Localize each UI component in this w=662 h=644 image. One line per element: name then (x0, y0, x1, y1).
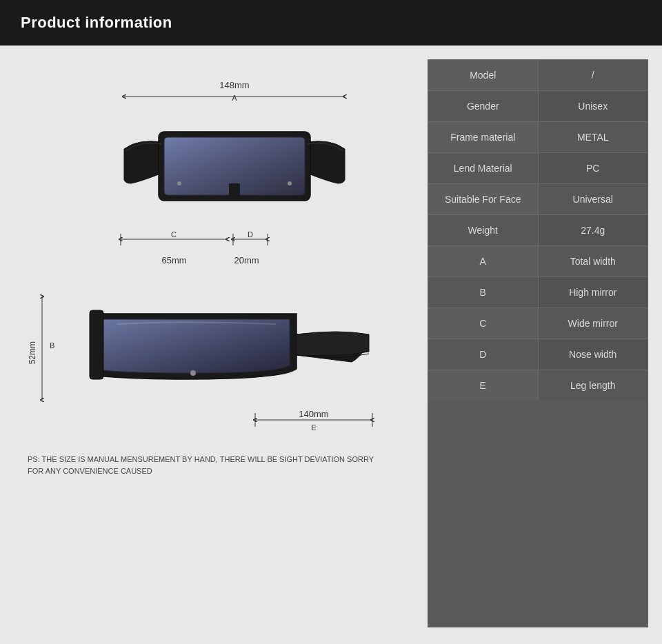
svg-text:E: E (311, 423, 316, 432)
main-content: 148mm A (0, 46, 662, 641)
glasses-side-view (62, 279, 379, 427)
specs-row: E Leg length (428, 370, 648, 401)
spec-label: E (428, 370, 539, 401)
header-title: Product information (21, 14, 172, 31)
spec-value: High mirror (539, 277, 648, 308)
spec-label: Weight (428, 215, 539, 245)
spec-label: C (428, 308, 539, 339)
specs-row: Frame material METAL (428, 122, 648, 153)
specs-row: Gender Unisex (428, 91, 648, 122)
specs-row: Lend Material PC (428, 153, 648, 184)
svg-text:C: C (171, 230, 177, 239)
arrow-cd-svg: C D (117, 228, 352, 256)
svg-point-5 (177, 181, 181, 185)
dim-d-value: 20mm (228, 255, 265, 265)
spec-label: Lend Material (428, 153, 539, 183)
svg-text:D: D (248, 230, 253, 239)
specs-row: Weight 27.4g (428, 215, 648, 246)
svg-point-16 (190, 370, 196, 376)
dim-b-label: B (50, 341, 54, 350)
arrow-b-svg (36, 293, 48, 403)
arrow-e-svg: 140mm E (62, 406, 379, 441)
spec-value: Universal (539, 184, 648, 214)
glasses-top-view (117, 104, 352, 228)
specs-row: A Total width (428, 246, 648, 277)
spec-label: Frame material (428, 122, 539, 152)
spec-label: Model (428, 60, 539, 90)
svg-text:A: A (232, 94, 237, 102)
dim-148mm: 148mm (117, 80, 352, 90)
diagram-section: 148mm A (14, 59, 428, 627)
spec-label: B (428, 277, 539, 308)
dim-b-value: 52mm (28, 341, 37, 364)
spec-value: METAL (539, 122, 648, 152)
svg-text:140mm: 140mm (299, 409, 328, 419)
specs-row: Model / (428, 60, 648, 91)
spec-value: Unisex (539, 91, 648, 121)
svg-rect-15 (90, 310, 103, 379)
svg-rect-4 (229, 183, 240, 197)
spec-label: Gender (428, 91, 539, 121)
spec-value: / (539, 60, 648, 90)
spec-value: PC (539, 153, 648, 183)
specs-table: Model / Gender Unisex Frame material MET… (428, 59, 648, 627)
top-view-diagram: 148mm A (48, 80, 421, 265)
specs-row: Suitable For Face Universal (428, 184, 648, 215)
specs-row: D Nose width (428, 339, 648, 370)
page-header: Product information (0, 0, 662, 46)
spec-value: Leg length (539, 370, 648, 401)
svg-point-6 (288, 181, 292, 185)
spec-label: D (428, 339, 539, 370)
spec-label: A (428, 246, 539, 276)
spec-label: Suitable For Face (428, 184, 539, 214)
spec-value: 27.4g (539, 215, 648, 245)
specs-row: B High mirror (428, 277, 648, 308)
arrow-a-svg: A (117, 91, 352, 102)
spec-value: Wide mirror (539, 308, 648, 339)
specs-row: C Wide mirror (428, 308, 648, 339)
ps-note: PS: THE SIZE IS MANUAL MENSUREMENT BY HA… (28, 454, 386, 476)
bottom-view-diagram: 52mm B (34, 279, 421, 443)
dim-c-value: 65mm (121, 255, 228, 265)
spec-value: Nose width (539, 339, 648, 370)
spec-value: Total width (539, 246, 648, 276)
